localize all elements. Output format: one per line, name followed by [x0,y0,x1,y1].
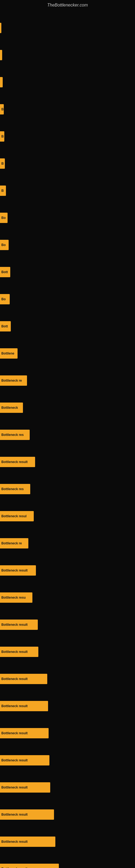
bar-row-26: Bottleneck result [0,720,135,747]
bar-label-17: Bottleneck res [1,487,24,491]
bar-label-27: Bottleneck result [1,758,28,762]
bar-11: Bott [0,321,11,332]
bar-label-21: Bottleneck resu [1,596,26,599]
bar-row-15: Bottleneck res [0,421,135,448]
bar-label-29: Bottleneck result [1,813,28,816]
bar-row-7: Bo [0,204,135,231]
bar-row-29: Bottleneck result [0,801,135,828]
bar-row-16: Bottleneck result [0,448,135,475]
bar-row-2 [0,69,135,96]
bar-label-11: Bott [1,324,8,328]
bar-8: Bo [0,240,9,250]
bar-row-13: Bottleneck re [0,367,135,394]
bar-row-11: Bott [0,313,135,340]
bar-label-24: Bottleneck result [1,677,28,681]
bar-row-14: Bottleneck [0,394,135,421]
bar-2 [0,77,3,87]
bar-row-5: B [0,150,135,177]
bar-31: Bottleneck result [0,864,59,868]
bar-label-4: B [1,134,4,138]
bar-label-26: Bottleneck result [1,731,28,735]
bar-1 [0,50,2,60]
bar-row-20: Bottleneck result [0,557,135,584]
bar-row-12: Bottlene [0,340,135,367]
bar-29: Bottleneck result [0,809,54,820]
bar-17: Bottleneck res [0,484,30,494]
site-title: TheBottlenecker.com [0,0,135,9]
bar-row-24: Bottleneck result [0,665,135,692]
bar-row-19: Bottleneck re [0,530,135,557]
bar-row-4: B [0,123,135,150]
bar-row-31: Bottleneck result [0,855,135,868]
bar-label-7: Bo [1,216,6,220]
bar-label-31: Bottleneck result [1,867,28,868]
bar-row-1 [0,41,135,69]
bar-13: Bottleneck re [0,375,27,386]
bar-row-6: B [0,177,135,204]
bar-row-10: Bo [0,286,135,313]
bar-21: Bottleneck resu [0,592,32,603]
bar-28: Bottleneck result [0,782,50,793]
bar-18: Bottleneck resul [0,511,34,521]
bar-row-17: Bottleneck res [0,475,135,503]
bar-label-19: Bottleneck re [1,541,22,545]
bar-label-20: Bottleneck result [1,568,28,572]
bar-label-10: Bo [1,297,6,301]
bar-label-16: Bottleneck result [1,460,28,464]
bar-19: Bottleneck re [0,538,28,549]
bar-label-13: Bottleneck re [1,379,22,382]
bar-label-5: B [1,162,4,165]
bar-14: Bottleneck [0,403,23,413]
bar-row-25: Bottleneck result [0,692,135,720]
bar-3: B [0,104,4,115]
bar-row-28: Bottleneck result [0,774,135,801]
bar-row-30: Bottleneck result [0,828,135,855]
bar-16: Bottleneck result [0,457,35,467]
bar-row-27: Bottleneck result [0,747,135,774]
bar-23: Bottleneck result [0,647,38,657]
bar-12: Bottlene [0,348,17,359]
bar-label-3: B [1,107,4,111]
bar-label-15: Bottleneck res [1,433,24,437]
bar-row-22: Bottleneck result [0,611,135,638]
bar-row-0 [0,14,135,41]
bar-label-28: Bottleneck result [1,785,28,789]
bar-label-23: Bottleneck result [1,650,28,654]
bar-row-8: Bo [0,231,135,258]
bar-label-12: Bottlene [1,351,14,355]
bar-row-21: Bottleneck resu [0,584,135,611]
bar-9: Bott [0,267,10,277]
bar-20: Bottleneck result [0,565,36,576]
bar-6: B [0,186,6,196]
bar-row-9: Bott [0,258,135,286]
bar-10: Bo [0,294,10,304]
bar-label-25: Bottleneck result [1,704,28,708]
bar-4: B [0,131,4,142]
bar-label-22: Bottleneck result [1,623,28,627]
bar-15: Bottleneck res [0,430,30,440]
bar-label-9: Bott [1,270,8,274]
bar-label-30: Bottleneck result [1,840,28,844]
bar-22: Bottleneck result [0,620,38,630]
bar-26: Bottleneck result [0,728,49,738]
bar-25: Bottleneck result [0,701,48,711]
bars-wrapper: BBBBBoBoBottBoBottBottleneBottleneck reB… [0,9,135,868]
bar-0 [0,23,1,33]
bar-label-14: Bottleneck [1,406,18,410]
bar-label-8: Bo [1,243,6,247]
bar-30: Bottleneck result [0,837,55,847]
bar-27: Bottleneck result [0,755,49,766]
bar-row-3: B [0,96,135,123]
bar-label-6: B [1,189,4,193]
bar-5: B [0,158,5,169]
bar-row-18: Bottleneck resul [0,503,135,530]
bar-label-18: Bottleneck resul [1,514,27,518]
bar-row-23: Bottleneck result [0,638,135,665]
bar-7: Bo [0,213,8,223]
bar-24: Bottleneck result [0,674,47,684]
